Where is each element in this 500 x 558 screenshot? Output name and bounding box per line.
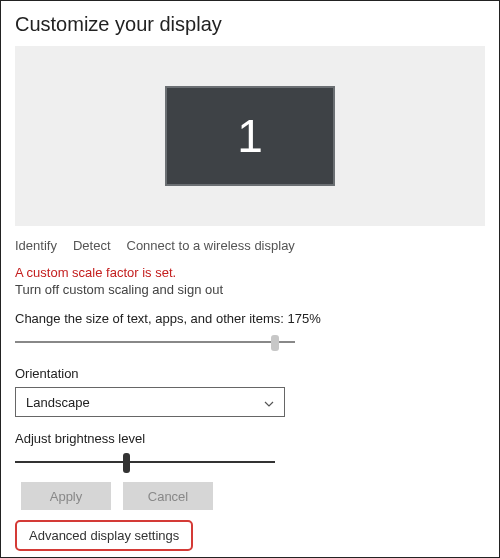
monitor-1[interactable]: 1 (165, 86, 335, 186)
turn-off-scaling-link[interactable]: Turn off custom scaling and sign out (15, 282, 223, 297)
display-links-row: Identify Detect Connect to a wireless di… (15, 238, 485, 253)
advanced-display-settings-link[interactable]: Advanced display settings (15, 520, 193, 551)
brightness-slider-thumb[interactable] (123, 453, 130, 473)
scale-slider[interactable] (15, 332, 295, 352)
custom-scale-warning: A custom scale factor is set. (15, 265, 485, 280)
orientation-select[interactable]: Landscape (15, 387, 285, 417)
monitor-number-label: 1 (237, 109, 263, 163)
brightness-slider-track (15, 461, 275, 463)
display-preview-area: 1 (15, 46, 485, 226)
detect-link[interactable]: Detect (73, 238, 111, 253)
page-title: Customize your display (15, 13, 485, 36)
scale-slider-track (15, 341, 295, 343)
apply-button[interactable]: Apply (21, 482, 111, 510)
connect-wireless-link[interactable]: Connect to a wireless display (127, 238, 295, 253)
orientation-label: Orientation (15, 366, 485, 381)
cancel-button[interactable]: Cancel (123, 482, 213, 510)
scale-slider-thumb[interactable] (271, 335, 279, 351)
brightness-slider[interactable] (15, 452, 275, 472)
button-row: Apply Cancel (21, 482, 485, 510)
orientation-value: Landscape (26, 395, 90, 410)
scale-label: Change the size of text, apps, and other… (15, 311, 485, 326)
chevron-down-icon (264, 397, 274, 407)
brightness-label: Adjust brightness level (15, 431, 485, 446)
identify-link[interactable]: Identify (15, 238, 57, 253)
